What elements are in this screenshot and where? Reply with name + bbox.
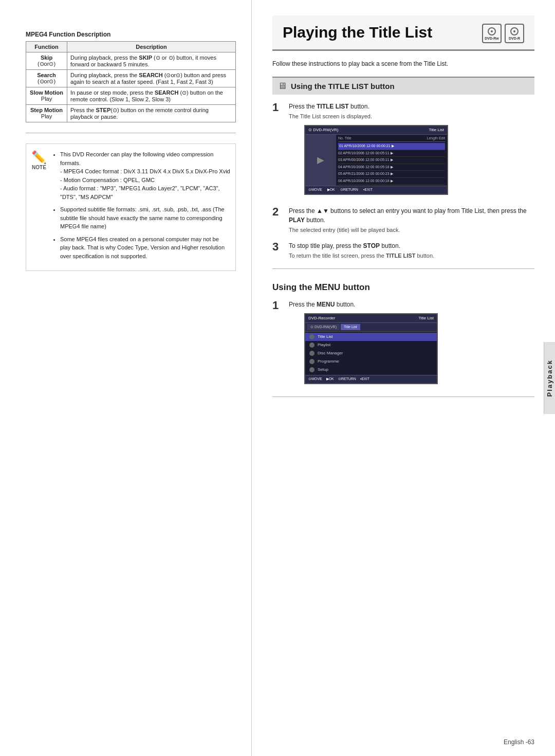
note-item: Supported subtitle file formats: .smi, .… [60, 205, 230, 231]
menu-header-left: DVD-Recorder [308, 315, 335, 321]
description-cell: During playback, press the SEARCH (⊙or⊙)… [67, 70, 236, 87]
menu-tab: Title List [341, 324, 360, 331]
menu-section: Using the MENU button 1 Press the MENU b… [272, 277, 534, 388]
step1-num: 1 [272, 102, 284, 113]
menu-step1-num: 1 [272, 300, 284, 311]
list-item: 05 APR/21/2006 12:00 00:00:23 ▶ [338, 171, 445, 178]
menu-item-label: Title List [318, 334, 333, 340]
page-container: MPEG4 Function Description Function Desc… [0, 0, 555, 756]
list-item: 02 APR/10/2006 12:00 00:05:11 ▶ [338, 150, 445, 157]
screen-list-header: No. TitleLength Edit [338, 136, 445, 142]
step2-text: Press the ▲▼ buttons to select an entry … [289, 207, 527, 224]
page-footer: English -63 [504, 739, 534, 746]
footer-item: ⊙RETURN [340, 187, 358, 193]
page-title: Playing the Title List [283, 24, 432, 41]
footer-item: ▶OK [327, 187, 335, 193]
menu-item-icon [309, 351, 314, 356]
disc-rw-inner [488, 27, 496, 35]
screen-list: No. TitleLength Edit 01 APR/10/2006 12:0… [336, 135, 447, 186]
disc-icons: DVD-Rw DVD-R [482, 24, 524, 43]
list-item: 01 APR/10/2006 12:00 00:00:21 ▶ [338, 143, 445, 150]
mpeg4-title: MPEG4 Function Description [26, 31, 236, 38]
note-item: This DVD Recorder can play the following… [60, 150, 230, 201]
step3-num: 3 [272, 241, 284, 253]
note-label: NOTE [31, 165, 47, 170]
function-cell: Skip (⊙or⊙) [26, 52, 67, 70]
footer-item: ⊙MOVE [308, 376, 322, 382]
screen-thumbnail: ▶ [305, 135, 336, 186]
menu-step1-text: Press the MENU button. [289, 301, 355, 308]
step1-sub: The Title List screen is displayed. [289, 112, 534, 121]
menu-item: Programme [305, 357, 437, 366]
right-column: Playing the Title List DVD-Rw DVD-R Foll… [252, 0, 555, 756]
list-item: 03 APR/00/2006 12:00 00:05:11 ▶ [338, 157, 445, 164]
note-section: ✏️ NOTE This DVD Recorder can play the f… [26, 143, 236, 271]
step1: 1 Press the TITLE LIST button. The Title… [272, 102, 534, 199]
menu-tab: ⊙ DVD-RW(VR) [307, 324, 340, 331]
table-row: Skip (⊙or⊙)During playback, press the SK… [26, 52, 236, 70]
screen-header: ⊙ DVD-RW(VR) Title List [305, 126, 447, 135]
menu-item-icon [309, 343, 314, 348]
note-content: This DVD Recorder can play the following… [53, 150, 230, 264]
screen-body: ▶ No. TitleLength Edit 01 APR/10/2006 12… [305, 135, 447, 186]
menu-step1-content: Press the MENU button. DVD-Recorder Titl… [289, 300, 534, 388]
step2-content: Press the ▲▼ buttons to select an entry … [289, 206, 534, 235]
screen-footer: ⊙MOVE▶OK⊙RETURN▪EXIT [305, 186, 447, 194]
step3-text: To stop title play, press the STOP butto… [289, 242, 400, 249]
menu-item-label: Playlist [318, 342, 330, 348]
function-cell: Search (⊙or⊙) [26, 70, 67, 87]
left-column: MPEG4 Function Description Function Desc… [0, 0, 252, 756]
menu-item: Disc Manager [305, 349, 437, 357]
disc-r-inner [510, 27, 519, 35]
menu-item-label: Programme [318, 358, 339, 365]
intro-text: Follow these instructions to play back a… [272, 59, 534, 68]
step2: 2 Press the ▲▼ buttons to select an entr… [272, 206, 534, 235]
table-row: Slow MotionPlayIn pause or step mode, pr… [26, 87, 236, 105]
note-pencil-icon: ✏️ [31, 150, 47, 165]
menu-item: Setup [305, 366, 437, 374]
menu-body: Title ListPlaylistDisc ManagerProgrammeS… [305, 332, 437, 375]
menu-item: Playlist [305, 341, 437, 349]
dvd-rw-label: DVD-Rw [485, 37, 499, 40]
menu-item-icon [309, 359, 314, 364]
footer-item: ▪EXIT [363, 187, 373, 193]
section1-icon: 🖥 [278, 81, 287, 92]
bottom-divider [272, 397, 534, 397]
mpeg4-table: Function Description Skip (⊙or⊙)During p… [26, 41, 236, 122]
function-cell: Slow MotionPlay [26, 87, 67, 105]
note-icon-col: ✏️ NOTE [31, 150, 47, 264]
list-item: 06 APR/10/2006 12:00 00:00:18 ▶ [338, 178, 445, 185]
screen-header-right: Title List [429, 127, 445, 133]
menu-item-icon [309, 367, 314, 372]
step2-num: 2 [272, 206, 284, 218]
list-item: 04 APR/20/2006 12:00 00:05:18 ▶ [338, 164, 445, 171]
note-item: Some MPEG4 files created on a personal c… [60, 235, 230, 261]
menu-header: DVD-Recorder Title List [305, 314, 437, 323]
title-list-screen: ⊙ DVD-RW(VR) Title List ▶ No. TitleLengt… [304, 125, 448, 195]
mpeg4-section: MPEG4 Function Description Function Desc… [26, 31, 236, 122]
left-divider [26, 133, 236, 133]
menu-header-right: Title List [419, 315, 434, 321]
menu-item-label: Setup [318, 367, 328, 373]
step3-content: To stop title play, press the STOP butto… [289, 241, 534, 260]
footer-text: English -63 [504, 739, 534, 746]
menu-screen: DVD-Recorder Title List ⊙ DVD-RW(VR)Titl… [304, 313, 438, 384]
screen-header-left: ⊙ DVD-RW(VR) [308, 127, 338, 133]
footer-item: ⊙RETURN [338, 376, 356, 382]
menu-tabs: ⊙ DVD-RW(VR)Title List [305, 323, 437, 332]
description-cell: In pause or step mode, press the SEARCH … [67, 87, 236, 105]
footer-item: ⊙MOVE [308, 187, 322, 193]
col-description: Description [67, 42, 236, 52]
dvd-r-icon: DVD-R [505, 24, 524, 43]
dvd-rw-icon: DVD-Rw [482, 24, 502, 43]
menu-section-title: Using the MENU button [272, 277, 534, 293]
col-function: Function [26, 42, 67, 52]
description-cell: Press the STEP(⊙) button on the remote c… [67, 105, 236, 122]
step1-text: Press the TITLE LIST button. [289, 103, 369, 110]
step3-sub: To return the title list screen, press t… [289, 251, 534, 260]
menu-step1: 1 Press the MENU button. DVD-Recorder Ti… [272, 300, 534, 388]
step3: 3 To stop title play, press the STOP but… [272, 241, 534, 260]
footer-item: ▪EXIT [360, 376, 369, 382]
table-row: Step MotionPlayPress the STEP(⊙) button … [26, 105, 236, 122]
menu-item-icon [309, 334, 314, 339]
